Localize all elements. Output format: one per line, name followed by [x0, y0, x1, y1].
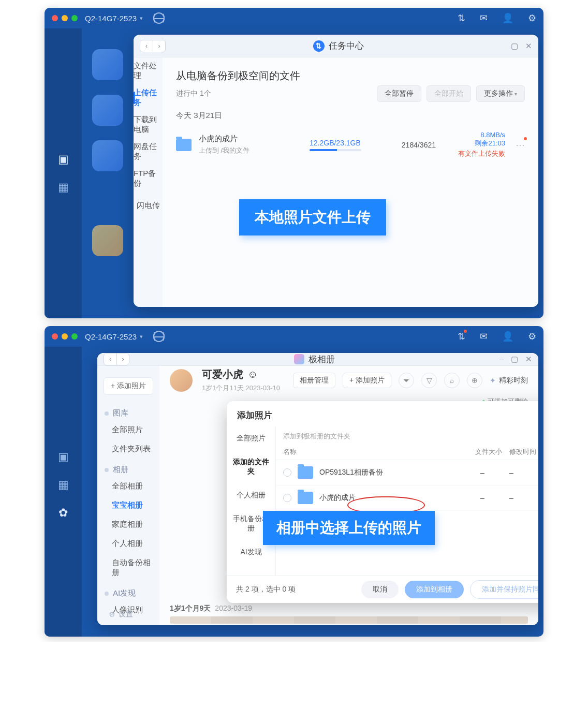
manage-album-button[interactable]: 相册管理 [293, 373, 335, 388]
tab-all-photos[interactable]: 全部照片 [227, 426, 275, 450]
tab-download[interactable]: 下载到电脑 [134, 111, 163, 138]
tab-personal-album[interactable]: 个人相册 [227, 483, 275, 507]
section-albums[interactable]: 相册 [97, 459, 159, 477]
drive-icon[interactable]: ▣ [58, 153, 69, 166]
album-icon [105, 468, 109, 472]
add-photos-button[interactable]: + 添加照片 [104, 377, 153, 395]
radio-button[interactable] [283, 468, 291, 477]
folder-row[interactable]: OP5913L1相册备份 – – [276, 460, 538, 485]
gear-icon[interactable]: ⚙ [528, 12, 536, 24]
progress-bar [310, 149, 361, 151]
upload-task-row[interactable]: 小虎的成片 上传到 /我的文件 12.2GB/23.1GB 2184/3621 … [176, 128, 525, 161]
nav-folder-list[interactable]: 文件夹列表 [97, 439, 159, 459]
gear-icon[interactable]: ⚙ [528, 331, 536, 342]
device-name: Q2-14G7-2523 [85, 332, 137, 341]
col-size[interactable]: 文件大小 [468, 447, 509, 456]
annotation-overlay: 本地照片文件上传 [239, 199, 386, 235]
apps-icon[interactable]: ▦ [58, 478, 69, 492]
folder-icon [298, 492, 313, 504]
window-task-center: Q2-14G7-2523 ▾ ⇅ ✉ 👤 ⚙ ▣ ▦ ‹ › ⇅ [45, 8, 543, 318]
globe-icon[interactable] [153, 12, 165, 24]
section-ai[interactable]: AI发现 [97, 582, 159, 600]
zoom-icon[interactable]: ⊕ [467, 373, 482, 388]
close-icon[interactable] [52, 15, 58, 21]
radio-button[interactable] [283, 494, 291, 502]
date-group-row: 1岁1个月9天2023-03-19 [170, 604, 252, 613]
nav-fwd-button[interactable]: › [153, 40, 165, 52]
task-destination: 上传到 /我的文件 [199, 146, 302, 155]
dialog-title: 添加照片 [227, 401, 538, 426]
section-library[interactable]: 图库 [97, 402, 159, 420]
user-icon[interactable]: 👤 [502, 12, 513, 24]
task-name: 小虎的成片 [199, 134, 302, 144]
app-rail: ▣ ▦ [45, 28, 82, 318]
nav-buttons: ‹ › [140, 40, 166, 52]
start-all-button[interactable]: 全部开始 [427, 85, 471, 102]
nav-family-album[interactable]: 家庭相册 [97, 515, 159, 534]
add-sync-button[interactable]: 添加并保持照片同步 [470, 580, 538, 599]
pause-all-button[interactable]: 全部暂停 [377, 85, 421, 102]
device-selector[interactable]: Q2-14G7-2523 ▾ [85, 14, 143, 23]
nav-all-albums[interactable]: 全部相册 [97, 477, 159, 496]
maximize-icon[interactable]: ▢ [511, 41, 518, 51]
tab-upload-tasks[interactable]: 上传任务 [134, 84, 163, 111]
mail-icon[interactable]: ✉ [480, 331, 488, 342]
tab-flash-transfer[interactable]: 闪电传 [134, 192, 163, 219]
zoom-icon[interactable] [71, 333, 78, 340]
more-icon[interactable]: ⋯ [516, 139, 525, 151]
nav-back-button[interactable]: ‹ [140, 40, 153, 52]
folder-name: OP5913L1相册备份 [319, 468, 455, 477]
nav-personal-album[interactable]: 个人相册 [97, 534, 159, 553]
apps-icon[interactable]: ▦ [58, 181, 69, 194]
breadcrumb: 添加到极相册的文件夹 [276, 426, 538, 444]
cancel-button[interactable]: 取消 [361, 581, 399, 598]
drive-icon[interactable]: ▣ [58, 450, 69, 464]
transfer-icon[interactable]: ⇅ [458, 331, 465, 342]
minimize-icon[interactable] [62, 333, 68, 340]
mail-icon[interactable]: ✉ [480, 12, 488, 24]
dialog-list: 添加到极相册的文件夹 名称 文件大小 修改时间 OP5913L1相册备份 [276, 426, 538, 575]
add-photo-button[interactable]: + 添加照片 [343, 373, 391, 388]
settings-link[interactable]: 设置 [109, 610, 133, 619]
nav-baby-album[interactable]: 宝宝相册 [97, 496, 159, 515]
globe-icon[interactable] [153, 331, 165, 342]
modal-header: ‹ › ⇅ 任务中心 ▢ ✕ [134, 35, 538, 57]
more-actions-button[interactable]: 更多操作 [476, 85, 525, 102]
traffic-lights[interactable] [52, 15, 78, 21]
funnel-icon[interactable]: ▽ [421, 373, 437, 388]
thumbnail-strip[interactable] [170, 616, 528, 624]
col-modified[interactable]: 修改时间 [509, 447, 538, 456]
tab-file-processing[interactable]: 文件处理 [134, 57, 163, 84]
close-icon[interactable] [52, 333, 58, 340]
tab-ftp-backup[interactable]: FTP备份 [134, 165, 163, 192]
user-icon[interactable]: 👤 [502, 331, 513, 342]
col-name[interactable]: 名称 [283, 447, 468, 456]
nav-fwd-button[interactable]: › [116, 354, 129, 365]
folder-name: 小虎的成片 [319, 493, 455, 503]
traffic-lights[interactable] [52, 333, 78, 340]
filter-icon[interactable]: ⏷ [399, 373, 414, 388]
nav-autobackup-album[interactable]: 自动备份相册 [97, 553, 159, 582]
add-to-album-button[interactable]: 添加到相册 [405, 581, 464, 598]
transfer-icon[interactable]: ⇅ [458, 12, 465, 24]
tab-added-folders[interactable]: 添加的文件夹 [227, 450, 275, 483]
minimize-icon[interactable] [62, 15, 68, 21]
maximize-icon[interactable]: ▢ [511, 355, 518, 364]
photos-app-icon[interactable]: ✿ [58, 506, 68, 520]
folder-row[interactable]: 小虎的成片 – – [276, 485, 538, 511]
zoom-icon[interactable] [71, 15, 78, 21]
moments-button[interactable]: 精彩时刻 [490, 376, 528, 385]
close-icon[interactable]: ✕ [525, 41, 532, 51]
search-icon[interactable]: ⌕ [444, 373, 460, 388]
modal-header: ‹ › 极相册 – ▢ ✕ [97, 353, 538, 366]
nav-back-button[interactable]: ‹ [104, 354, 116, 365]
tab-cloud-tasks[interactable]: 网盘任务 [134, 138, 163, 165]
close-icon[interactable]: ✕ [525, 355, 532, 364]
error-text: 有文件上传失败 [443, 149, 505, 158]
folder-icon [176, 139, 192, 151]
minimize-icon[interactable]: – [499, 355, 504, 364]
upload-speed: 8.8MB/s [443, 131, 505, 139]
column-headers: 名称 文件大小 修改时间 [276, 444, 538, 460]
device-selector[interactable]: Q2-14G7-2523 ▾ [85, 332, 143, 341]
nav-all-photos[interactable]: 全部照片 [97, 420, 159, 439]
